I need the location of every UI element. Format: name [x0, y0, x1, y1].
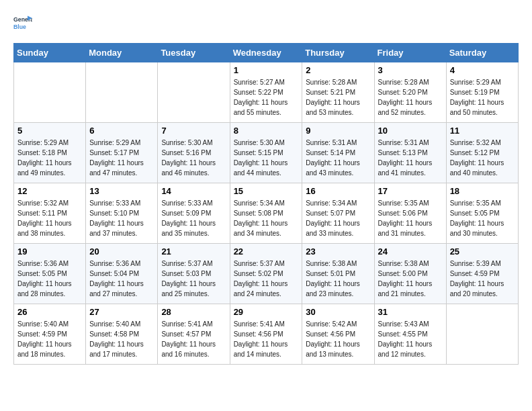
calendar-cell [14, 62, 86, 123]
day-number: 25 [450, 246, 515, 257]
day-number: 26 [17, 307, 82, 317]
calendar-cell: 17Sunrise: 5:35 AM Sunset: 5:06 PM Dayli… [374, 183, 446, 244]
calendar-cell: 20Sunrise: 5:36 AM Sunset: 5:04 PM Dayli… [86, 244, 158, 304]
calendar-cell: 14Sunrise: 5:33 AM Sunset: 5:09 PM Dayli… [158, 183, 230, 244]
day-number: 8 [234, 126, 299, 136]
calendar-cell: 18Sunrise: 5:35 AM Sunset: 5:05 PM Dayli… [446, 183, 518, 244]
calendar-cell [86, 62, 158, 123]
cell-info: Sunrise: 5:35 AM Sunset: 5:06 PM Dayligh… [378, 198, 443, 238]
cell-info: Sunrise: 5:39 AM Sunset: 4:59 PM Dayligh… [450, 259, 515, 299]
calendar-cell: 1Sunrise: 5:27 AM Sunset: 5:22 PM Daylig… [230, 62, 302, 123]
day-number: 12 [17, 186, 82, 196]
cell-info: Sunrise: 5:32 AM Sunset: 5:11 PM Dayligh… [17, 198, 82, 238]
calendar-cell: 5Sunrise: 5:29 AM Sunset: 5:18 PM Daylig… [14, 123, 86, 183]
weekday-header: Wednesday [230, 44, 302, 62]
logo: General Blue [13, 13, 35, 32]
cell-info: Sunrise: 5:40 AM Sunset: 4:58 PM Dayligh… [89, 319, 154, 359]
calendar-week-row: 1Sunrise: 5:27 AM Sunset: 5:22 PM Daylig… [14, 62, 519, 123]
cell-info: Sunrise: 5:29 AM Sunset: 5:17 PM Dayligh… [89, 138, 154, 178]
day-number: 6 [89, 126, 154, 136]
weekday-header: Saturday [446, 44, 518, 62]
cell-info: Sunrise: 5:42 AM Sunset: 4:56 PM Dayligh… [306, 319, 370, 359]
day-number: 7 [161, 126, 226, 136]
day-number: 31 [378, 307, 443, 317]
day-number: 19 [17, 246, 82, 257]
weekday-header: Friday [374, 44, 446, 62]
day-number: 24 [378, 246, 443, 257]
day-number: 9 [306, 126, 370, 136]
calendar-cell: 3Sunrise: 5:28 AM Sunset: 5:20 PM Daylig… [374, 62, 446, 123]
calendar-cell: 16Sunrise: 5:34 AM Sunset: 5:07 PM Dayli… [302, 183, 374, 244]
calendar-cell: 23Sunrise: 5:38 AM Sunset: 5:01 PM Dayli… [302, 244, 374, 304]
cell-info: Sunrise: 5:37 AM Sunset: 5:02 PM Dayligh… [234, 259, 299, 299]
calendar-cell: 7Sunrise: 5:30 AM Sunset: 5:16 PM Daylig… [158, 123, 230, 183]
day-number: 29 [234, 307, 299, 317]
page-header: General Blue [13, 13, 519, 32]
cell-info: Sunrise: 5:37 AM Sunset: 5:03 PM Dayligh… [161, 259, 226, 299]
cell-info: Sunrise: 5:41 AM Sunset: 4:57 PM Dayligh… [161, 319, 226, 359]
calendar-cell: 25Sunrise: 5:39 AM Sunset: 4:59 PM Dayli… [446, 244, 518, 304]
cell-info: Sunrise: 5:30 AM Sunset: 5:16 PM Dayligh… [161, 138, 226, 178]
day-number: 11 [450, 126, 515, 136]
day-number: 4 [450, 65, 515, 75]
calendar-cell: 30Sunrise: 5:42 AM Sunset: 4:56 PM Dayli… [302, 304, 374, 365]
calendar-cell: 24Sunrise: 5:38 AM Sunset: 5:00 PM Dayli… [374, 244, 446, 304]
day-number: 10 [378, 126, 443, 136]
cell-info: Sunrise: 5:41 AM Sunset: 4:56 PM Dayligh… [234, 319, 299, 359]
calendar-week-row: 26Sunrise: 5:40 AM Sunset: 4:59 PM Dayli… [14, 304, 519, 365]
cell-info: Sunrise: 5:38 AM Sunset: 5:00 PM Dayligh… [378, 259, 443, 299]
cell-info: Sunrise: 5:38 AM Sunset: 5:01 PM Dayligh… [306, 259, 370, 299]
weekday-header: Monday [86, 44, 158, 62]
logo-icon: General Blue [13, 13, 32, 32]
day-number: 28 [161, 307, 226, 317]
cell-info: Sunrise: 5:30 AM Sunset: 5:15 PM Dayligh… [234, 138, 299, 178]
cell-info: Sunrise: 5:29 AM Sunset: 5:18 PM Dayligh… [17, 138, 82, 178]
day-number: 5 [17, 126, 82, 136]
calendar-table: SundayMondayTuesdayWednesdayThursdayFrid… [13, 43, 519, 365]
calendar-cell [446, 304, 518, 365]
calendar-week-row: 19Sunrise: 5:36 AM Sunset: 5:05 PM Dayli… [14, 244, 519, 304]
calendar-cell: 13Sunrise: 5:33 AM Sunset: 5:10 PM Dayli… [86, 183, 158, 244]
calendar-cell [158, 62, 230, 123]
day-number: 22 [234, 246, 299, 257]
cell-info: Sunrise: 5:29 AM Sunset: 5:19 PM Dayligh… [450, 77, 515, 118]
calendar-cell: 28Sunrise: 5:41 AM Sunset: 4:57 PM Dayli… [158, 304, 230, 365]
day-number: 21 [161, 246, 226, 257]
day-number: 20 [89, 246, 154, 257]
calendar-cell: 15Sunrise: 5:34 AM Sunset: 5:08 PM Dayli… [230, 183, 302, 244]
calendar-cell: 6Sunrise: 5:29 AM Sunset: 5:17 PM Daylig… [86, 123, 158, 183]
header-row: SundayMondayTuesdayWednesdayThursdayFrid… [14, 44, 519, 62]
svg-text:Blue: Blue [13, 24, 26, 30]
calendar-cell: 19Sunrise: 5:36 AM Sunset: 5:05 PM Dayli… [14, 244, 86, 304]
calendar-cell: 10Sunrise: 5:31 AM Sunset: 5:13 PM Dayli… [374, 123, 446, 183]
calendar-week-row: 5Sunrise: 5:29 AM Sunset: 5:18 PM Daylig… [14, 123, 519, 183]
calendar-cell: 11Sunrise: 5:32 AM Sunset: 5:12 PM Dayli… [446, 123, 518, 183]
cell-info: Sunrise: 5:34 AM Sunset: 5:08 PM Dayligh… [234, 198, 299, 238]
calendar-cell: 2Sunrise: 5:28 AM Sunset: 5:21 PM Daylig… [302, 62, 374, 123]
cell-info: Sunrise: 5:32 AM Sunset: 5:12 PM Dayligh… [450, 138, 515, 178]
weekday-header: Tuesday [158, 44, 230, 62]
cell-info: Sunrise: 5:27 AM Sunset: 5:22 PM Dayligh… [234, 77, 299, 118]
cell-info: Sunrise: 5:33 AM Sunset: 5:09 PM Dayligh… [161, 198, 226, 238]
cell-info: Sunrise: 5:36 AM Sunset: 5:04 PM Dayligh… [89, 259, 154, 299]
cell-info: Sunrise: 5:33 AM Sunset: 5:10 PM Dayligh… [89, 198, 154, 238]
weekday-header: Thursday [302, 44, 374, 62]
calendar-cell: 4Sunrise: 5:29 AM Sunset: 5:19 PM Daylig… [446, 62, 518, 123]
calendar-cell: 21Sunrise: 5:37 AM Sunset: 5:03 PM Dayli… [158, 244, 230, 304]
calendar-cell: 26Sunrise: 5:40 AM Sunset: 4:59 PM Dayli… [14, 304, 86, 365]
cell-info: Sunrise: 5:40 AM Sunset: 4:59 PM Dayligh… [17, 319, 82, 359]
day-number: 14 [161, 186, 226, 196]
calendar-cell: 29Sunrise: 5:41 AM Sunset: 4:56 PM Dayli… [230, 304, 302, 365]
weekday-header: Sunday [14, 44, 86, 62]
day-number: 2 [306, 65, 370, 75]
calendar-cell: 31Sunrise: 5:43 AM Sunset: 4:55 PM Dayli… [374, 304, 446, 365]
day-number: 30 [306, 307, 370, 317]
calendar-cell: 27Sunrise: 5:40 AM Sunset: 4:58 PM Dayli… [86, 304, 158, 365]
cell-info: Sunrise: 5:43 AM Sunset: 4:55 PM Dayligh… [378, 319, 443, 359]
day-number: 18 [450, 186, 515, 196]
cell-info: Sunrise: 5:36 AM Sunset: 5:05 PM Dayligh… [17, 259, 82, 299]
calendar-cell: 9Sunrise: 5:31 AM Sunset: 5:14 PM Daylig… [302, 123, 374, 183]
calendar-cell: 22Sunrise: 5:37 AM Sunset: 5:02 PM Dayli… [230, 244, 302, 304]
cell-info: Sunrise: 5:31 AM Sunset: 5:13 PM Dayligh… [378, 138, 443, 178]
cell-info: Sunrise: 5:28 AM Sunset: 5:21 PM Dayligh… [306, 77, 370, 118]
